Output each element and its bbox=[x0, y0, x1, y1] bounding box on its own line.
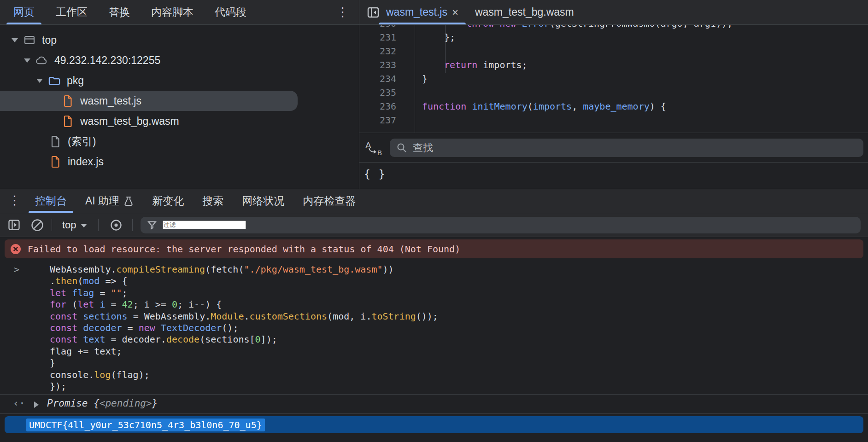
live-expression-eye-icon[interactable] bbox=[109, 218, 123, 232]
match-case-icon[interactable]: A B bbox=[364, 140, 384, 156]
console-prompt-icon: > bbox=[14, 264, 19, 275]
context-selector-label: top bbox=[62, 219, 76, 231]
close-tab-icon[interactable]: × bbox=[452, 6, 458, 19]
navigator-tab[interactable]: 内容脚本 bbox=[143, 0, 201, 24]
code-token: flag bbox=[72, 287, 94, 298]
console-code-line: for (let i = 42; i >= 0; i--) { bbox=[50, 299, 868, 310]
console-tabbar: ⋮ 控制台AI 助理新变化搜索网络状况内存检查器 bbox=[0, 189, 868, 213]
line-number: 232 bbox=[359, 44, 396, 58]
navigator-tab[interactable]: 网页 bbox=[6, 0, 42, 24]
message-divider bbox=[0, 413, 868, 414]
editor-tab-label: wasm_test.js bbox=[386, 6, 447, 18]
code-token: Error bbox=[522, 25, 549, 29]
code-token bbox=[155, 322, 161, 333]
tree-item[interactable]: pkg bbox=[0, 70, 359, 91]
console-command-echo[interactable]: > WebAssembly.compileStreaming(fetch("./… bbox=[0, 264, 868, 392]
code-token: . bbox=[244, 311, 249, 322]
code-token: Module bbox=[211, 311, 244, 322]
expand-arrow-icon[interactable] bbox=[12, 38, 18, 42]
console-menu-icon[interactable]: ⋮ bbox=[8, 193, 21, 207]
code-line: }; bbox=[422, 30, 868, 44]
returned-value-icon: ‹· bbox=[13, 397, 25, 409]
code-token: i bbox=[100, 299, 105, 310]
tree-item[interactable]: wasm_test.js bbox=[0, 91, 298, 111]
tree-item[interactable]: index.js bbox=[0, 151, 359, 172]
cloud-icon bbox=[35, 55, 48, 66]
code-token: maybe_memory bbox=[583, 101, 650, 112]
console-code-line: .then(mod => { bbox=[50, 275, 868, 287]
svg-text:A: A bbox=[365, 140, 371, 150]
console-result-row[interactable]: ‹· Promise {<pending>} bbox=[0, 395, 868, 413]
code-token: (); bbox=[222, 322, 238, 333]
code-token: const bbox=[50, 311, 77, 322]
context-selector[interactable]: top bbox=[62, 219, 87, 231]
code-token: throw bbox=[466, 25, 494, 29]
console-tab[interactable]: AI 助理 bbox=[76, 189, 143, 213]
tree-item-label: wasm_test_bg.wasm bbox=[80, 115, 179, 128]
code-token: ; i--) { bbox=[177, 299, 222, 310]
tree-item[interactable]: (索引) bbox=[0, 131, 359, 151]
tree-item[interactable]: top bbox=[0, 30, 359, 50]
editor-tab[interactable]: wasm_test.js× bbox=[378, 0, 467, 24]
console-tab[interactable]: 搜索 bbox=[193, 189, 233, 213]
code-token: decode bbox=[166, 334, 199, 345]
code-token: }); bbox=[50, 381, 66, 392]
console-tab[interactable]: 控制台 bbox=[26, 189, 76, 213]
console-tab-label: 新变化 bbox=[152, 194, 184, 208]
code-token: ( bbox=[528, 101, 533, 112]
code-token: , bbox=[572, 101, 583, 112]
active-tab-underline bbox=[29, 211, 73, 213]
code-token bbox=[494, 25, 499, 29]
code-editor[interactable]: 230231232233234235236237 throw new Error… bbox=[359, 25, 868, 133]
console-tab[interactable]: 新变化 bbox=[143, 189, 193, 213]
editor-tab-label: wasm_test_bg.wasm bbox=[475, 6, 574, 18]
code-line: return imports; bbox=[422, 58, 868, 72]
expand-arrow-icon[interactable] bbox=[36, 79, 43, 83]
console-tab[interactable]: 内存检查器 bbox=[293, 189, 365, 213]
code-token: toString bbox=[371, 311, 416, 322]
find-input[interactable] bbox=[413, 142, 857, 154]
code-token: (getStringFromWasm0(arg0, arg1)); bbox=[550, 25, 733, 29]
clear-console-icon[interactable] bbox=[30, 218, 44, 232]
console-log-row-selected[interactable]: UMDCTF{4ll_y0ur_53c710n5_4r3_b3l0n6_70_u… bbox=[5, 416, 863, 433]
pretty-print-button[interactable]: { } bbox=[364, 168, 386, 180]
editor-tabbar: wasm_test.js×wasm_test_bg.wasm bbox=[359, 0, 868, 25]
frame-icon bbox=[23, 35, 36, 46]
code-token: initMemory bbox=[472, 101, 527, 112]
console-filter-input[interactable] bbox=[163, 221, 246, 229]
code-token: } bbox=[50, 357, 55, 368]
code-token: text bbox=[83, 334, 105, 345]
more-tabs-icon[interactable]: ⋮ bbox=[336, 5, 349, 19]
navigator-tab[interactable]: 代码段 bbox=[207, 0, 254, 24]
code-token: decoder bbox=[83, 322, 122, 333]
console-error-message[interactable]: Failed to load resource: the server resp… bbox=[5, 239, 863, 258]
expand-arrow-icon[interactable] bbox=[24, 58, 30, 63]
navigator-tabbar: 网页工作区替换内容脚本代码段 ⋮ bbox=[0, 0, 359, 25]
code-token: "./pkg/wasm_test_bg.wasm" bbox=[244, 264, 382, 275]
code-token: for bbox=[50, 299, 66, 310]
code-token: TextDecoder bbox=[161, 322, 222, 333]
code-token: (sections[ bbox=[199, 334, 255, 345]
code-token: return bbox=[444, 59, 477, 70]
toolbar-divider bbox=[52, 219, 52, 231]
console-tab[interactable]: 网络状况 bbox=[233, 189, 293, 213]
console-tab-label: 内存检查器 bbox=[303, 194, 356, 208]
code-token: } bbox=[422, 73, 428, 84]
devtools-window: 网页工作区替换内容脚本代码段 ⋮ top49.232.142.230:12255… bbox=[0, 0, 868, 442]
tree-item[interactable]: 49.232.142.230:12255 bbox=[0, 50, 359, 70]
tree-item-label: 49.232.142.230:12255 bbox=[54, 54, 160, 67]
code-token: customSections bbox=[250, 311, 328, 322]
console-code-line: const decoder = new TextDecoder(); bbox=[50, 322, 868, 334]
navigator-tab[interactable]: 工作区 bbox=[48, 0, 95, 24]
message-divider bbox=[0, 394, 868, 395]
editor-tab[interactable]: wasm_test_bg.wasm bbox=[467, 0, 582, 24]
filter-funnel-icon bbox=[147, 220, 157, 230]
tree-item[interactable]: wasm_test_bg.wasm bbox=[0, 111, 359, 131]
navigator-tab[interactable]: 替换 bbox=[101, 0, 138, 24]
console-toolbar: top bbox=[0, 213, 868, 237]
code-line bbox=[422, 44, 868, 58]
expand-triangle-icon[interactable] bbox=[34, 401, 39, 408]
console-sidebar-icon[interactable] bbox=[8, 219, 20, 231]
code-token bbox=[77, 322, 83, 333]
tree-item-label: (索引) bbox=[68, 134, 96, 149]
